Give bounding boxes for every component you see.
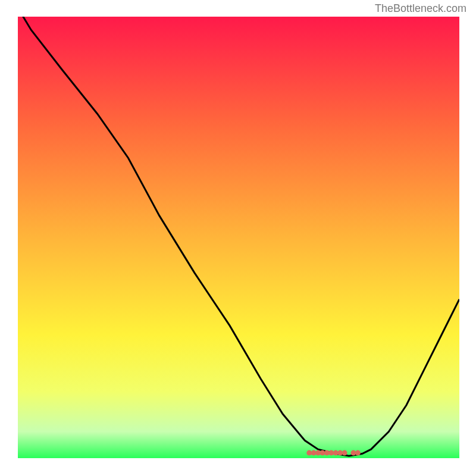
marker-dot	[355, 450, 361, 456]
attribution-text: TheBottleneck.com	[375, 2, 466, 15]
chart-plot-area	[18, 17, 459, 458]
chart-svg	[18, 17, 459, 458]
marker-dot	[342, 450, 347, 456]
chart-background	[18, 17, 459, 458]
